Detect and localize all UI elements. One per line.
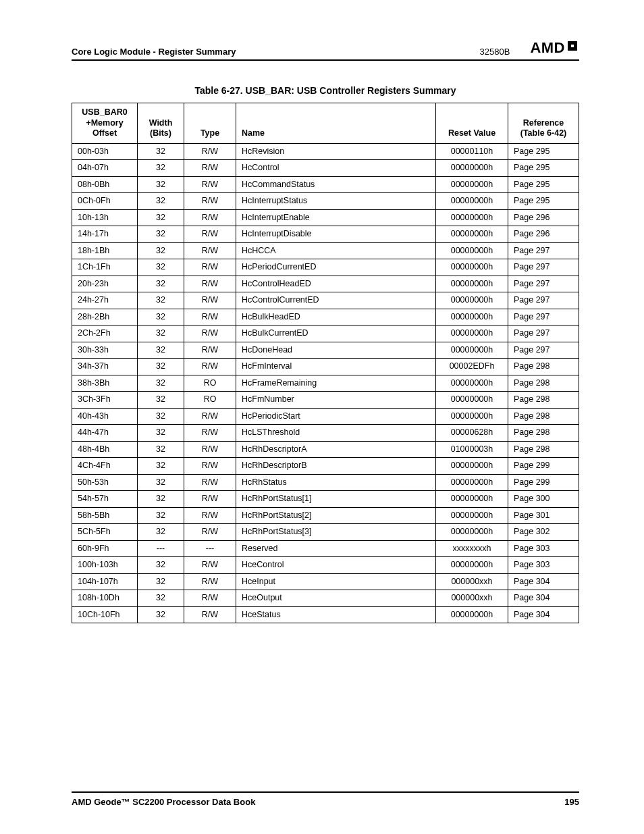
cell-ref: Page 298 (508, 392, 579, 409)
cell-reset: 00000000h (436, 342, 508, 359)
table-row: 3Ch-3Fh32ROHcFmNumber00000000hPage 298 (72, 392, 579, 409)
cell-offset: 00h-03h (72, 143, 138, 160)
cell-name: HcRhStatus (236, 474, 436, 491)
cell-ref: Page 304 (508, 573, 579, 590)
cell-name: HceControl (236, 557, 436, 574)
cell-width: 32 (138, 441, 184, 458)
cell-type: R/W (184, 524, 236, 541)
cell-width: 32 (138, 309, 184, 325)
cell-name: HcRhPortStatus[2] (236, 507, 436, 524)
table-row: 00h-03h32R/WHcRevision00000110hPage 295 (72, 143, 579, 160)
footer-title: AMD Geode™ SC2200 Processor Data Book (72, 797, 255, 807)
amd-arrow-icon (566, 39, 579, 57)
cell-offset: 1Ch-1Fh (72, 259, 138, 276)
cell-name: HcHCCA (236, 242, 436, 259)
cell-offset: 3Ch-3Fh (72, 392, 138, 409)
table-row: 38h-3Bh32ROHcFrameRemaining00000000hPage… (72, 375, 579, 392)
cell-type: R/W (184, 325, 236, 342)
table-row: 40h-43h32R/WHcPeriodicStart00000000hPage… (72, 408, 579, 425)
cell-reset: 01000003h (436, 441, 508, 458)
cell-name: HcPeriodCurrentED (236, 259, 436, 276)
cell-offset: 104h-107h (72, 573, 138, 590)
cell-width: 32 (138, 160, 184, 177)
cell-width: 32 (138, 193, 184, 210)
cell-type: R/W (184, 292, 236, 309)
cell-offset: 0Ch-0Fh (72, 193, 138, 210)
cell-name: Reserved (236, 540, 436, 557)
cell-offset: 18h-1Bh (72, 242, 138, 259)
col-ref: Reference (Table 6-42) (508, 103, 579, 144)
cell-type: R/W (184, 226, 236, 243)
table-caption: Table 6-27. USB_BAR: USB Controller Regi… (72, 85, 579, 96)
table-row: 10Ch-10Fh32R/WHceStatus00000000hPage 304 (72, 606, 579, 623)
cell-width: 32 (138, 359, 184, 375)
cell-reset: 00000000h (436, 458, 508, 475)
cell-offset: 108h-10Dh (72, 590, 138, 607)
cell-ref: Page 295 (508, 143, 579, 160)
cell-reset: 00000000h (436, 160, 508, 177)
cell-width: 32 (138, 573, 184, 590)
table-row: 0Ch-0Fh32R/WHcInterruptStatus00000000hPa… (72, 193, 579, 210)
cell-name: HcRhDescriptorB (236, 458, 436, 475)
cell-name: HcFmInterval (236, 359, 436, 375)
table-row: 2Ch-2Fh32R/WHcBulkCurrentED00000000hPage… (72, 325, 579, 342)
cell-reset: 00000000h (436, 392, 508, 409)
cell-ref: Page 298 (508, 441, 579, 458)
amd-logo: AMD (530, 39, 579, 57)
cell-offset: 14h-17h (72, 226, 138, 243)
cell-type: R/W (184, 176, 236, 193)
cell-reset: 00000000h (436, 325, 508, 342)
cell-reset: 00000000h (436, 524, 508, 541)
cell-reset: 00000000h (436, 507, 508, 524)
cell-offset: 4Ch-4Fh (72, 458, 138, 475)
cell-type: R/W (184, 143, 236, 160)
cell-name: HcInterruptStatus (236, 193, 436, 210)
cell-name: HceInput (236, 573, 436, 590)
cell-type: --- (184, 540, 236, 557)
cell-reset: 000000xxh (436, 573, 508, 590)
cell-ref: Page 298 (508, 425, 579, 442)
cell-type: R/W (184, 491, 236, 508)
table-row: 100h-103h32R/WHceControl00000000hPage 30… (72, 557, 579, 574)
table-row: 08h-0Bh32R/WHcCommandStatus00000000hPage… (72, 176, 579, 193)
cell-width: 32 (138, 209, 184, 226)
cell-ref: Page 303 (508, 557, 579, 574)
cell-ref: Page 297 (508, 292, 579, 309)
cell-reset: 00000000h (436, 491, 508, 508)
cell-offset: 10h-13h (72, 209, 138, 226)
cell-reset: 00002EDFh (436, 359, 508, 375)
cell-type: R/W (184, 209, 236, 226)
cell-width: 32 (138, 242, 184, 259)
cell-name: HcRhPortStatus[1] (236, 491, 436, 508)
table-header-row: USB_BAR0 +Memory Offset Width (Bits) Typ… (72, 103, 579, 144)
table-row: 54h-57h32R/WHcRhPortStatus[1]00000000hPa… (72, 491, 579, 508)
table-row: 5Ch-5Fh32R/WHcRhPortStatus[3]00000000hPa… (72, 524, 579, 541)
cell-ref: Page 301 (508, 507, 579, 524)
cell-reset: 00000000h (436, 474, 508, 491)
cell-offset: 40h-43h (72, 408, 138, 425)
cell-name: HcDoneHead (236, 342, 436, 359)
cell-name: HceOutput (236, 590, 436, 607)
cell-type: R/W (184, 606, 236, 623)
table-row: 108h-10Dh32R/WHceOutput000000xxhPage 304 (72, 590, 579, 607)
cell-offset: 34h-37h (72, 359, 138, 375)
cell-reset: 00000000h (436, 259, 508, 276)
cell-name: HcControlHeadED (236, 276, 436, 292)
cell-reset: 00000000h (436, 606, 508, 623)
cell-width: 32 (138, 590, 184, 607)
table-row: 28h-2Bh32R/WHcBulkHeadED00000000hPage 29… (72, 309, 579, 325)
cell-name: HcFrameRemaining (236, 375, 436, 392)
cell-type: RO (184, 375, 236, 392)
amd-logo-text: AMD (530, 39, 565, 57)
cell-ref: Page 299 (508, 458, 579, 475)
table-row: 14h-17h32R/WHcInterruptDisable00000000hP… (72, 226, 579, 243)
table-row: 24h-27h32R/WHcControlCurrentED00000000hP… (72, 292, 579, 309)
cell-name: HcFmNumber (236, 392, 436, 409)
table-row: 58h-5Bh32R/WHcRhPortStatus[2]00000000hPa… (72, 507, 579, 524)
cell-type: R/W (184, 359, 236, 375)
cell-width: 32 (138, 474, 184, 491)
cell-offset: 20h-23h (72, 276, 138, 292)
cell-type: R/W (184, 309, 236, 325)
cell-name: HcBulkCurrentED (236, 325, 436, 342)
cell-reset: 000000xxh (436, 590, 508, 607)
